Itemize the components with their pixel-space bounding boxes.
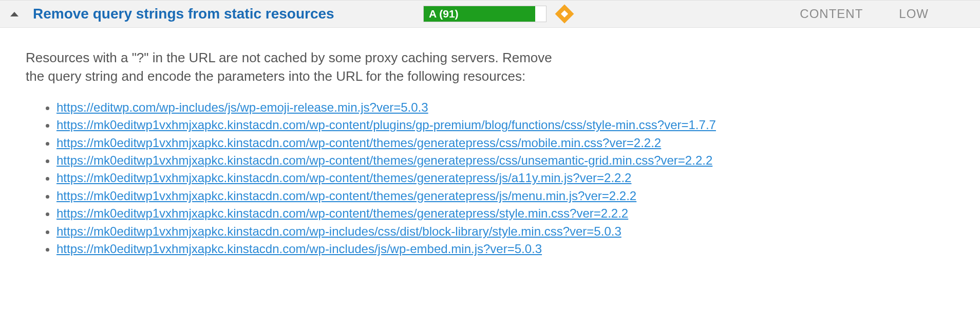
resource-link[interactable]: https://mk0editwp1vxhmjxapkc.kinstacdn.c… — [56, 206, 628, 220]
diamond-icon — [555, 5, 574, 24]
list-item: https://mk0editwp1vxhmjxapkc.kinstacdn.c… — [56, 116, 954, 134]
category-label: CONTENT — [800, 7, 863, 21]
resource-link[interactable]: https://mk0editwp1vxhmjxapkc.kinstacdn.c… — [56, 136, 661, 150]
grade-bar: A (91) — [423, 6, 546, 22]
resource-list: https://editwp.com/wp-includes/js/wp-emo… — [26, 99, 954, 258]
resource-link[interactable]: https://mk0editwp1vxhmjxapkc.kinstacdn.c… — [56, 242, 542, 256]
chevron-up-icon — [10, 12, 18, 16]
resource-link[interactable]: https://mk0editwp1vxhmjxapkc.kinstacdn.c… — [56, 189, 636, 203]
meta-labels: CONTENT LOW — [800, 7, 929, 21]
resource-link[interactable]: https://mk0editwp1vxhmjxapkc.kinstacdn.c… — [56, 171, 631, 185]
grade-section: A (91) — [423, 6, 571, 22]
resource-link[interactable]: https://mk0editwp1vxhmjxapkc.kinstacdn.c… — [56, 118, 716, 132]
rule-header[interactable]: Remove query strings from static resourc… — [0, 0, 980, 28]
rule-title: Remove query strings from static resourc… — [33, 6, 413, 22]
resource-link[interactable]: https://editwp.com/wp-includes/js/wp-emo… — [56, 100, 428, 114]
priority-label: LOW — [899, 7, 929, 21]
list-item: https://mk0editwp1vxhmjxapkc.kinstacdn.c… — [56, 169, 954, 187]
list-item: https://mk0editwp1vxhmjxapkc.kinstacdn.c… — [56, 134, 954, 152]
resource-link[interactable]: https://mk0editwp1vxhmjxapkc.kinstacdn.c… — [56, 153, 712, 167]
resource-link[interactable]: https://mk0editwp1vxhmjxapkc.kinstacdn.c… — [56, 224, 621, 238]
list-item: https://mk0editwp1vxhmjxapkc.kinstacdn.c… — [56, 152, 954, 169]
grade-bar-fill: A (91) — [424, 6, 535, 22]
rule-description: Resources with a "?" in the URL are not … — [26, 48, 555, 86]
list-item: https://mk0editwp1vxhmjxapkc.kinstacdn.c… — [56, 240, 954, 258]
list-item: https://mk0editwp1vxhmjxapkc.kinstacdn.c… — [56, 205, 954, 222]
list-item: https://mk0editwp1vxhmjxapkc.kinstacdn.c… — [56, 187, 954, 205]
rule-body: Resources with a "?" in the URL are not … — [0, 28, 980, 268]
list-item: https://mk0editwp1vxhmjxapkc.kinstacdn.c… — [56, 223, 954, 240]
list-item: https://editwp.com/wp-includes/js/wp-emo… — [56, 99, 954, 116]
grade-text: A (91) — [429, 8, 459, 20]
